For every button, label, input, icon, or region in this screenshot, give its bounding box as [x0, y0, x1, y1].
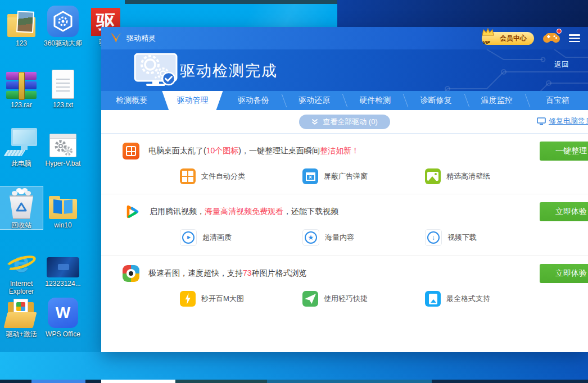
try-now-button[interactable]: 立即体验 — [540, 202, 588, 221]
try-now-button[interactable]: 立即体验 — [540, 264, 588, 283]
computer-monitor-icon — [6, 128, 37, 157]
desktop-icon-video-file[interactable]: 12323124... — [42, 245, 84, 288]
tencent-video-icon — [123, 203, 141, 221]
tab-driver-backup[interactable]: 驱动备份 — [223, 91, 284, 110]
notification-dot — [557, 29, 562, 34]
vip-label: 会员中心 — [500, 34, 527, 43]
desktop-icon-123-rar[interactable]: 123.rar — [0, 66, 43, 109]
desktop-organizer-icon — [123, 143, 139, 159]
back-link[interactable]: 返回 — [554, 60, 569, 70]
paper-plane-icon — [302, 291, 318, 307]
video-download-icon: ↓ — [425, 229, 442, 246]
promo-image-viewer: 极速看图，速度超快，支持73种图片格式浏览 秒开百M大图 使用轻巧快捷 最全格式… — [101, 256, 588, 316]
headline-text-red: 整洁如新！ — [320, 146, 359, 155]
desktop-icon-this-pc[interactable]: 此电脑 — [0, 125, 43, 167]
desktop-icon-driver-activation[interactable]: 驱动+激活 — [0, 295, 43, 338]
icon-label: 123.rar — [0, 101, 43, 109]
headline-text: 种图片格式浏览 — [252, 268, 307, 277]
icon-label: win10 — [42, 221, 84, 229]
feature-label: 最全格式支持 — [446, 294, 490, 304]
desktop-icon-recycle-bin[interactable]: 回收站 — [0, 186, 43, 229]
feature-label: 使用轻巧快捷 — [324, 294, 368, 304]
video-thumbnail-icon — [47, 257, 79, 277]
feature-list: 文件自动分类 × 屏蔽广告弹窗 精选高清壁纸 — [180, 168, 588, 184]
headline-text-red: 73 — [243, 268, 252, 277]
taskbar-segment — [432, 380, 588, 383]
game-center-icon[interactable] — [543, 31, 560, 45]
lightning-icon — [180, 291, 196, 307]
folder-icon — [7, 17, 35, 37]
icon-label: 回收站 — [0, 221, 43, 229]
view-all-drivers-button[interactable]: 查看全部驱动 (0) — [299, 115, 390, 129]
promo-headline: 极速看图，速度超快，支持73种图片格式浏览 — [148, 268, 307, 279]
desktop-icon-wps-office[interactable]: W WPS Office — [42, 295, 84, 338]
driver-genius-window: 驱动精灵 VIP 会员中心 — [101, 27, 588, 352]
tab-diagnose-repair[interactable]: 诊断修复 — [405, 91, 466, 110]
feature-label: 视频下载 — [447, 232, 477, 243]
hexagon-gear-icon — [47, 6, 79, 37]
result-banner: 驱动检测完成 返回 — [101, 49, 588, 91]
monitor-icon — [537, 117, 546, 125]
file-classify-icon — [180, 168, 196, 184]
headline-text-red: 10个图标 — [206, 146, 239, 155]
adblock-icon: × — [302, 168, 318, 184]
tab-driver-restore[interactable]: 驱动还原 — [284, 91, 345, 110]
feature-label: 文件自动分类 — [201, 171, 245, 181]
icon-label: 12323124... — [42, 280, 84, 288]
photo-thumbnail — [16, 11, 34, 33]
icon-label: 此电脑 — [0, 159, 43, 167]
icon-label: 123.txt — [42, 101, 84, 109]
wallpaper-icon — [425, 168, 441, 184]
winrar-books-icon — [6, 72, 37, 99]
taskbar-segment — [101, 380, 175, 383]
taskbar-segment — [175, 380, 267, 383]
background-window-header — [337, 0, 588, 27]
tab-driver-management[interactable]: 驱动管理 — [162, 91, 223, 110]
header-controls: VIP 会员中心 — [482, 31, 580, 45]
tab-toolbox[interactable]: 百宝箱 — [527, 91, 588, 110]
icon-label: 驱动+激活 — [0, 330, 43, 338]
promo-headline-row: 启用腾讯视频，海量高清视频免费观看，还能下载视频 — [123, 203, 588, 221]
headline-text: 电脑桌面太乱了( — [148, 146, 206, 155]
feature-item: 文件自动分类 — [180, 168, 302, 184]
feature-label: 精选高清壁纸 — [446, 171, 490, 181]
tab-temperature-monitor[interactable]: 温度监控 — [467, 91, 527, 110]
folder-windows-icon — [49, 199, 77, 219]
tab-hardware-detect[interactable]: 硬件检测 — [345, 91, 405, 110]
desktop-icon-hyperv-bat[interactable]: Hyper-V.bat — [42, 125, 84, 167]
desktop-icon-internet-explorer[interactable]: e Internet Explorer — [0, 245, 43, 295]
feature-item: ↓ 视频下载 — [425, 229, 548, 246]
taskbar[interactable] — [0, 380, 588, 383]
headline-text: 启用腾讯视频， — [150, 207, 205, 216]
headline-text-red: 海量高清视频免费观看 — [205, 207, 283, 216]
feature-item: 精选高清壁纸 — [425, 168, 548, 184]
desktop-icon-123[interactable]: 123 — [0, 4, 43, 47]
fix-common-problems-link[interactable]: 修复电脑常见 — [537, 116, 588, 126]
feature-item: ▶ 超清画质 — [180, 229, 302, 246]
feature-label: 秒开百M大图 — [201, 294, 244, 304]
desktop-icon-360-driver-master[interactable]: 360驱动大师 — [42, 4, 84, 47]
headline-text: 极速看图，速度超快，支持 — [148, 268, 243, 277]
double-chevron-down-icon — [311, 118, 318, 125]
icon-label: Hyper-V.bat — [42, 159, 84, 167]
open-folder-icon — [6, 300, 37, 328]
tab-bar: 检测概要 驱动管理 驱动备份 驱动还原 硬件检测 诊断修复 温度监控 百宝箱 — [101, 91, 588, 110]
wps-logo-icon: W — [48, 298, 78, 328]
desktop-icon-win10[interactable]: win10 — [42, 186, 84, 229]
desktop-screen: 123 360驱动大师 驱 驱动 123.rar 123.txt 此电脑 Hyp… — [0, 0, 588, 383]
desktop-icon-123-txt[interactable]: 123.txt — [42, 66, 84, 109]
app-brand: 驱动精灵 — [109, 31, 156, 45]
wallpaper-bottom-band — [0, 352, 588, 380]
one-key-organize-button[interactable]: 一键整理 — [540, 142, 588, 161]
headline-text: )，一键整理让桌面瞬间 — [238, 146, 320, 155]
promo-headline: 电脑桌面太乱了(10个图标)，一键整理让桌面瞬间整洁如新！ — [148, 146, 359, 156]
menu-icon[interactable] — [569, 34, 580, 42]
vip-center-button[interactable]: VIP 会员中心 — [482, 32, 534, 45]
promo-headline: 启用腾讯视频，海量高清视频免费观看，还能下载视频 — [150, 207, 338, 217]
fix-link-label: 修复电脑常见 — [549, 116, 588, 126]
image-viewer-eye-icon — [123, 265, 139, 282]
brand-leaf-icon — [109, 31, 123, 45]
feature-list: 秒开百M大图 使用轻巧快捷 最全格式支持 — [180, 291, 588, 307]
tab-overview[interactable]: 检测概要 — [101, 91, 162, 110]
app-header: 驱动精灵 VIP 会员中心 — [101, 27, 588, 49]
